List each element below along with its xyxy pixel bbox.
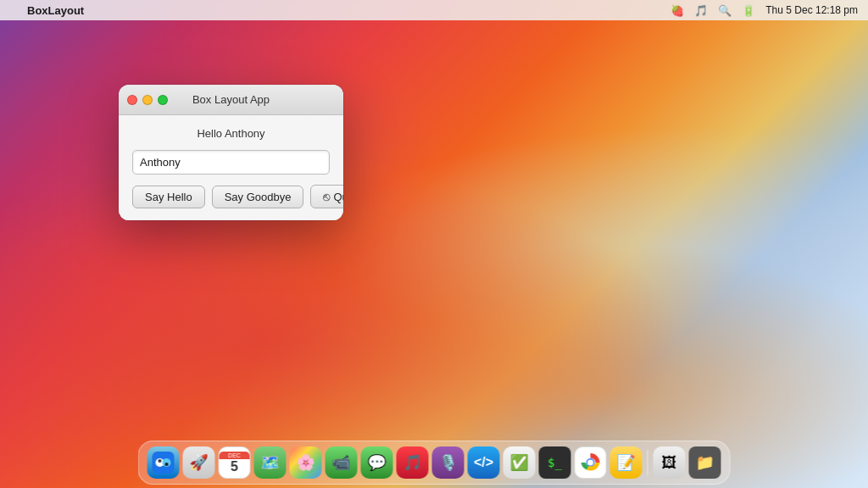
app-window: Box Layout App Hello Anthony Say Hello S…	[119, 85, 343, 220]
button-row: Say Hello Say Goodbye ⎋ Quit	[132, 185, 330, 208]
dock-item-preview[interactable]: 🖼	[654, 446, 686, 479]
dock-item-notes[interactable]: 📝	[610, 446, 643, 479]
dock: 🚀 DEC 5 🗺️ 🌸 📹 💬 🎵 🎙️ </> ✅	[138, 441, 731, 485]
dock-item-vscode[interactable]: </>	[468, 446, 500, 479]
dock-item-chrome[interactable]	[575, 446, 607, 479]
name-input[interactable]	[132, 150, 330, 175]
dock-item-messages[interactable]: 💬	[361, 446, 393, 479]
dock-item-things[interactable]: ✅	[504, 446, 536, 479]
menubar-right: 🍓 🎵 🔍 🔋 Thu 5 Dec 12:18 pm	[670, 4, 858, 17]
menubar-left: BoxLayout	[10, 4, 84, 17]
dock-item-calendar[interactable]: DEC 5	[219, 446, 251, 479]
quit-label: Quit	[333, 191, 343, 203]
dock-item-finder[interactable]	[147, 446, 180, 479]
svg-point-7	[587, 460, 593, 466]
dock-item-podcasts[interactable]: 🎙️	[432, 446, 465, 479]
menubar: BoxLayout 🍓 🎵 🔍 🔋 Thu 5 Dec 12:18 pm	[0, 0, 868, 20]
menubar-app-name[interactable]: BoxLayout	[27, 4, 84, 17]
dock-item-maps[interactable]: 🗺️	[254, 446, 287, 479]
quit-button[interactable]: ⎋ Quit	[310, 185, 343, 208]
say-hello-button[interactable]: Say Hello	[132, 186, 205, 208]
dock-item-generic[interactable]: 📁	[689, 446, 721, 479]
window-controls	[127, 95, 168, 105]
dock-item-launchpad[interactable]: 🚀	[183, 446, 215, 479]
window-content: Hello Anthony Say Hello Say Goodbye ⎋ Qu…	[119, 115, 343, 220]
quit-icon: ⎋	[323, 190, 330, 203]
dock-item-music[interactable]: 🎵	[397, 446, 429, 479]
dock-item-terminal[interactable]: $_	[539, 446, 571, 479]
window-close-button[interactable]	[127, 95, 137, 105]
battery-icon: 🔋	[742, 4, 755, 17]
search-icon[interactable]: 🔍	[718, 4, 732, 17]
hello-label: Hello Anthony	[132, 127, 330, 140]
dock-separator	[648, 450, 648, 475]
svg-point-3	[159, 459, 162, 463]
window-titlebar: Box Layout App	[119, 85, 343, 115]
window-maximize-button[interactable]	[158, 95, 168, 105]
svg-point-4	[165, 463, 169, 466]
strawberry-icon: 🍓	[670, 4, 684, 17]
music-icon: 🎵	[694, 4, 708, 17]
datetime-label: Thu 5 Dec 12:18 pm	[765, 4, 858, 16]
dock-item-facetime[interactable]: 📹	[326, 446, 358, 479]
window-title: Box Layout App	[192, 93, 270, 106]
desktop: BoxLayout 🍓 🎵 🔍 🔋 Thu 5 Dec 12:18 pm Box…	[0, 0, 868, 488]
window-minimize-button[interactable]	[142, 95, 153, 105]
dock-item-photos[interactable]: 🌸	[290, 446, 322, 479]
say-goodbye-button[interactable]: Say Goodbye	[212, 186, 304, 208]
